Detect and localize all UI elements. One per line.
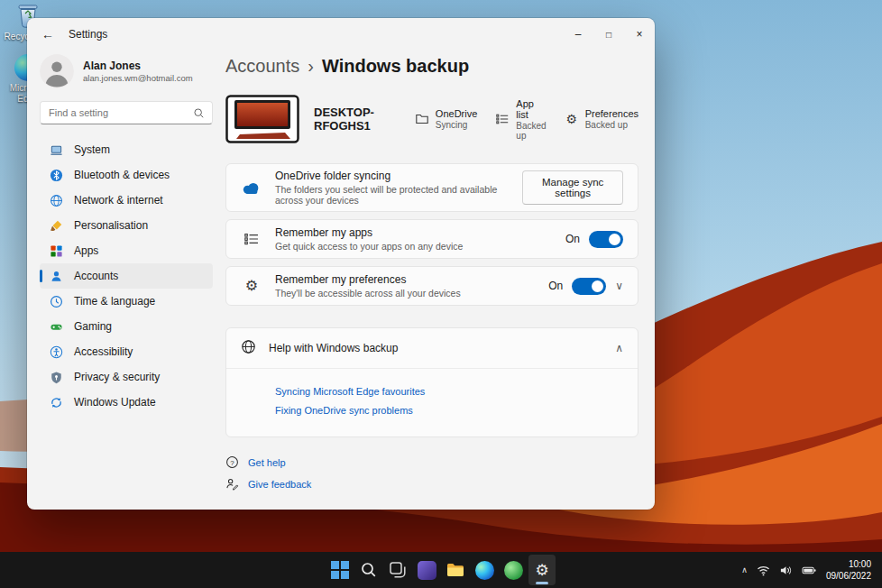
app-list-icon bbox=[495, 112, 510, 126]
sidebar-item-label: Bluetooth & devices bbox=[74, 169, 170, 181]
status-value: Backed up bbox=[585, 120, 639, 130]
feedback-icon bbox=[225, 477, 239, 491]
sidebar-item-personalisation[interactable]: Personalisation bbox=[40, 213, 213, 238]
settings-window: ← Settings – □ × Alan Jones alan.jones.w… bbox=[27, 18, 655, 510]
sidebar-item-label: Privacy & security bbox=[74, 371, 160, 383]
minimize-button[interactable]: – bbox=[563, 18, 593, 51]
taskbar-center: ⚙ bbox=[326, 555, 556, 585]
sidebar-item-accounts[interactable]: Accounts bbox=[40, 263, 213, 289]
battery-icon[interactable] bbox=[802, 564, 817, 577]
sidebar-item-system[interactable]: System bbox=[40, 137, 213, 162]
start-button[interactable] bbox=[326, 555, 354, 585]
status-label: Preferences bbox=[585, 108, 639, 119]
breadcrumb-accounts[interactable]: Accounts bbox=[225, 56, 299, 77]
taskbar-search-button[interactable] bbox=[355, 555, 382, 585]
titlebar: ← Settings – □ × bbox=[27, 18, 655, 51]
sidebar-nav: System Bluetooth & devices Network & int… bbox=[40, 137, 213, 415]
help-expander[interactable]: Help with Windows backup ∧ bbox=[226, 328, 638, 368]
manage-sync-settings-button[interactable]: Manage sync settings bbox=[522, 170, 623, 205]
settings-cards: OneDrive folder syncing The folders you … bbox=[225, 163, 639, 306]
main-content: Accounts › Windows backup DESKTOP-RFOGHS… bbox=[225, 51, 655, 510]
remember-preferences-card: ⚙ Remember my preferences They'll be acc… bbox=[225, 266, 639, 306]
globe-help-icon bbox=[241, 339, 256, 358]
sidebar-item-gaming[interactable]: Gaming bbox=[40, 314, 213, 339]
svg-text:?: ? bbox=[230, 459, 234, 467]
settings-search bbox=[40, 101, 213, 124]
gamepad-icon bbox=[50, 320, 63, 334]
status-label: OneDrive bbox=[436, 108, 477, 119]
settings-taskbar-button[interactable]: ⚙ bbox=[528, 555, 556, 585]
task-view-button[interactable] bbox=[384, 555, 411, 585]
purple-app-icon bbox=[418, 561, 436, 580]
help-link-onedrive-sync[interactable]: Fixing OneDrive sync problems bbox=[275, 405, 623, 416]
get-help-icon: ? bbox=[225, 455, 239, 469]
system-icon bbox=[50, 143, 63, 157]
status-value: Backed up bbox=[516, 121, 546, 141]
sidebar-item-label: Gaming bbox=[74, 320, 112, 333]
card-subtitle: Get quick access to your apps on any dev… bbox=[275, 241, 463, 252]
sidebar-item-time-language[interactable]: Time & language bbox=[40, 289, 213, 314]
back-button[interactable]: ← bbox=[32, 21, 63, 48]
sidebar-item-accessibility[interactable]: Accessibility bbox=[40, 339, 213, 364]
bluetooth-icon bbox=[50, 169, 63, 182]
remember-apps-icon bbox=[241, 231, 262, 247]
device-summary: DESKTOP-RFOGHS1 OneDrive Syncing App lis… bbox=[225, 95, 639, 143]
edge-taskbar-button[interactable] bbox=[471, 555, 498, 585]
remember-apps-toggle[interactable] bbox=[589, 231, 623, 248]
help-links: Syncing Microsoft Edge favourites Fixing… bbox=[226, 368, 638, 436]
green-app-icon bbox=[504, 561, 523, 580]
task-view-icon bbox=[389, 561, 407, 579]
volume-icon[interactable] bbox=[779, 564, 793, 577]
paintbrush-icon bbox=[50, 219, 63, 233]
get-help-link[interactable]: Get help bbox=[248, 457, 286, 468]
shield-icon bbox=[50, 371, 63, 384]
apps-grid-icon bbox=[50, 244, 63, 258]
search-icon bbox=[360, 561, 378, 579]
get-help-row: ? Get help bbox=[225, 455, 639, 469]
tray-chevron-up-icon[interactable]: ∧ bbox=[741, 565, 748, 574]
taskbar-app-purple-button[interactable] bbox=[413, 555, 440, 585]
sidebar-item-label: Apps bbox=[74, 244, 98, 257]
folder-icon bbox=[415, 112, 429, 126]
sidebar-item-network-internet[interactable]: Network & internet bbox=[40, 188, 213, 213]
sidebar: Alan Jones alan.jones.wm@hotmail.com Sys… bbox=[27, 51, 225, 510]
sidebar-item-windows-update[interactable]: Windows Update bbox=[40, 390, 213, 415]
onedrive-sync-card: OneDrive folder syncing The folders you … bbox=[225, 163, 639, 212]
account-profile[interactable]: Alan Jones alan.jones.wm@hotmail.com bbox=[40, 54, 213, 88]
search-icon bbox=[193, 107, 205, 119]
user-email: alan.jones.wm@hotmail.com bbox=[83, 73, 193, 83]
chevron-up-icon[interactable]: ∧ bbox=[615, 343, 623, 354]
card-title: Remember my preferences bbox=[275, 273, 461, 286]
sidebar-item-apps[interactable]: Apps bbox=[40, 238, 213, 263]
tray-date: 09/06/2022 bbox=[826, 570, 871, 582]
globe-icon bbox=[50, 194, 63, 207]
maximize-button[interactable]: □ bbox=[593, 18, 624, 51]
remember-preferences-toggle[interactable] bbox=[572, 278, 606, 295]
help-link-edge-favourites[interactable]: Syncing Microsoft Edge favourites bbox=[275, 386, 623, 397]
avatar bbox=[40, 54, 74, 88]
search-input[interactable] bbox=[41, 107, 193, 118]
file-explorer-icon bbox=[446, 560, 465, 580]
wifi-icon[interactable] bbox=[757, 564, 770, 577]
sidebar-item-privacy-security[interactable]: Privacy & security bbox=[40, 364, 213, 390]
gear-icon: ⚙ bbox=[565, 112, 579, 126]
give-feedback-link[interactable]: Give feedback bbox=[248, 479, 311, 490]
accessibility-icon bbox=[50, 345, 63, 359]
device-thumbnail bbox=[225, 95, 299, 143]
user-name: Alan Jones bbox=[83, 60, 193, 72]
sidebar-item-bluetooth-devices[interactable]: Bluetooth & devices bbox=[40, 162, 213, 188]
close-button[interactable]: × bbox=[624, 18, 655, 51]
chevron-down-icon[interactable]: ∨ bbox=[615, 280, 623, 291]
sidebar-item-label: System bbox=[74, 143, 110, 156]
taskbar-app-green-button[interactable] bbox=[500, 555, 527, 585]
sidebar-item-label: Personalisation bbox=[74, 219, 148, 232]
edge-icon bbox=[475, 561, 494, 580]
clock[interactable]: 10:00 09/06/2022 bbox=[826, 558, 871, 582]
help-card-title: Help with Windows backup bbox=[269, 342, 398, 354]
windows-logo-icon bbox=[331, 561, 349, 579]
give-feedback-row: Give feedback bbox=[225, 477, 639, 491]
toggle-state-label: On bbox=[548, 280, 563, 292]
clock-icon bbox=[50, 295, 63, 308]
card-title: OneDrive folder syncing bbox=[275, 170, 522, 182]
file-explorer-button[interactable] bbox=[442, 555, 469, 585]
